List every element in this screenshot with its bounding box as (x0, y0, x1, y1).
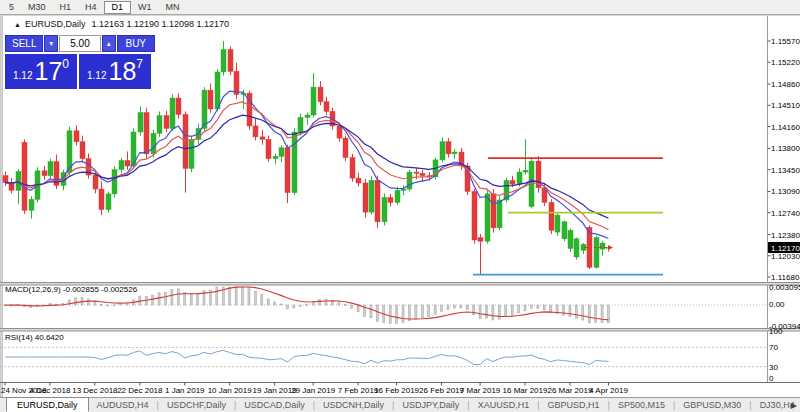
svg-text:16 Feb 2019: 16 Feb 2019 (374, 386, 419, 395)
svg-text:10 Jan 2019: 10 Jan 2019 (208, 386, 253, 395)
svg-text:1 Jan 2019: 1 Jan 2019 (165, 386, 205, 395)
chart-ohlc-values: 1.12163 1.12190 1.12098 1.12170 (91, 19, 229, 29)
tab-usdjpy-daily[interactable]: USDJPY,Daily (394, 400, 467, 410)
tab-gbpusd-h1[interactable]: GBPUSD,H1 (540, 400, 608, 410)
svg-text:16 Mar 2019: 16 Mar 2019 (503, 386, 548, 395)
svg-text:1.14860: 1.14860 (771, 80, 800, 89)
svg-text:1.12030: 1.12030 (771, 252, 800, 261)
sell-button[interactable]: SELL (5, 35, 43, 52)
collapse-icon[interactable]: ▲ (14, 21, 21, 28)
svg-text:7 Mar 2019: 7 Mar 2019 (460, 386, 501, 395)
svg-text:0.00: 0.00 (769, 300, 785, 309)
svg-text:4 Dec 2018: 4 Dec 2018 (29, 386, 70, 395)
volume-step-up-icon[interactable]: ▲ (102, 35, 116, 52)
buy-price-panel[interactable]: 1.12 18 7 (79, 54, 151, 89)
trading-terminal: 5M30H1H4D1W1MN 1.155701.152201.148601.14… (0, 0, 800, 412)
timeframe-button-h4[interactable]: H4 (78, 1, 104, 14)
svg-text:30: 30 (769, 363, 778, 372)
tab-usdcad-daily[interactable]: USDCAD,Daily (236, 400, 313, 410)
symbol-tabs-bar: EURUSD,DailyAUDUSD,H4|USDCHF,Daily|USDCA… (0, 397, 800, 412)
tab-eurusd-daily[interactable]: EURUSD,Daily (6, 397, 89, 412)
buy-price-big: 18 (108, 59, 136, 84)
chart-header: ▲EURUSD,Daily1.12163 1.12190 1.12098 1.1… (14, 19, 229, 29)
svg-text:22 Dec 2018: 22 Dec 2018 (117, 386, 163, 395)
svg-text:1.11680: 1.11680 (771, 273, 800, 282)
svg-text:1.15220: 1.15220 (771, 58, 800, 67)
svg-text:1.12170: 1.12170 (771, 244, 800, 253)
buy-price-sup: 7 (136, 57, 143, 71)
tab-sp500-m15[interactable]: SP500,M15 (610, 400, 673, 410)
tabs-scroll-right-icon[interactable]: ▶ (791, 401, 797, 410)
volume-step-down-icon[interactable]: ▼ (44, 35, 58, 52)
rsi-label: RSI(14) 40.6420 (5, 333, 64, 342)
sell-price-small: 1.12 (13, 70, 32, 81)
svg-text:0.003095: 0.003095 (769, 283, 800, 292)
macd-label: MACD(12,26,9) -0.002855 -0.002526 (5, 285, 138, 294)
sell-price-big: 17 (34, 59, 62, 84)
timeframe-button-h1[interactable]: H1 (53, 1, 79, 14)
sell-price-panel[interactable]: 1.12 17 0 (5, 54, 77, 89)
svg-text:13 Dec 2018: 13 Dec 2018 (72, 386, 118, 395)
timeframe-toolbar: 5M30H1H4D1W1MN (0, 0, 800, 15)
svg-text:1.12740: 1.12740 (771, 209, 800, 218)
svg-text:1.13090: 1.13090 (771, 187, 800, 196)
svg-text:26 Feb 2019: 26 Feb 2019 (419, 386, 464, 395)
timeframe-button-d1[interactable]: D1 (104, 1, 132, 14)
timeframe-button-5[interactable]: 5 (2, 1, 21, 14)
sell-price-sup: 0 (62, 57, 69, 71)
svg-text:100: 100 (769, 327, 783, 336)
timeframe-button-m30[interactable]: M30 (21, 1, 53, 14)
svg-text:1.14160: 1.14160 (771, 123, 800, 132)
svg-text:1.13800: 1.13800 (771, 144, 800, 153)
svg-text:29 Jan 2019: 29 Jan 2019 (291, 386, 336, 395)
timeframe-button-w1[interactable]: W1 (131, 1, 159, 14)
svg-text:26 Mar 2019: 26 Mar 2019 (547, 386, 592, 395)
svg-text:1.15570: 1.15570 (771, 37, 800, 46)
tab-usdcnh-daily[interactable]: USDCNH,Daily (315, 400, 392, 410)
tab-audusd-h4[interactable]: AUDUSD,H4 (89, 400, 157, 410)
tab-xauusd-h1[interactable]: XAUUSD,H1 (470, 400, 538, 410)
timeframe-button-mn[interactable]: MN (159, 1, 187, 14)
svg-text:1.12380: 1.12380 (771, 231, 800, 240)
buy-button[interactable]: BUY (117, 35, 155, 52)
tab-usdchf-daily[interactable]: USDCHF,Daily (159, 400, 234, 410)
svg-text:70: 70 (769, 343, 778, 352)
svg-text:1.13450: 1.13450 (771, 166, 800, 175)
volume-input[interactable] (59, 35, 101, 52)
buy-price-small: 1.12 (87, 70, 106, 81)
chart-symbol-title: EURUSD,Daily (25, 19, 86, 29)
tab-gbpusd-m30[interactable]: GBPUSD,M30 (675, 400, 749, 410)
svg-text:7 Feb 2019: 7 Feb 2019 (338, 386, 379, 395)
svg-text:0: 0 (769, 374, 774, 383)
svg-text:1.14510: 1.14510 (771, 101, 800, 110)
one-click-trade-widget: SELL ▼ ▲ BUY 1.12 17 0 1.12 18 7 (5, 35, 155, 89)
svg-text:4 Apr 2019: 4 Apr 2019 (589, 386, 628, 395)
